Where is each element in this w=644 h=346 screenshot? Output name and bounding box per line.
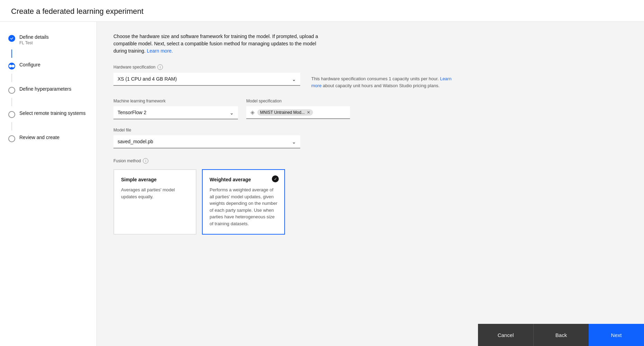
fusion-cards-container: Simple average Averages all parties' mod… — [113, 169, 627, 235]
main-layout: Define details FL Test Configure Define … — [0, 22, 644, 346]
hardware-dropdown: XS (1 CPU and 4 GB RAM) ⌄ — [113, 73, 300, 86]
fusion-card-weighted-desc: Performs a weighted average of all parti… — [210, 186, 277, 227]
step-text-review-create: Review and create — [19, 135, 59, 140]
model-spec-field[interactable]: ◈ MNIST Untrained Mod... ✕ — [246, 106, 350, 119]
hardware-dropdown-wrapper: XS (1 CPU and 4 GB RAM) ⌄ — [113, 73, 300, 86]
step-indicator-inactive-5 — [8, 135, 15, 142]
model-spec-value: MNIST Untrained Mod... — [260, 110, 305, 115]
model-file-label: Model file — [113, 128, 627, 133]
fusion-card-simple-desc: Averages all parties' model updates equa… — [121, 186, 189, 200]
fusion-card-weighted-title: Weighted average — [210, 177, 277, 182]
sidebar-item-review-create[interactable]: Review and create — [0, 130, 96, 146]
fusion-method-section: Fusion method i Simple average Averages … — [113, 158, 627, 235]
sidebar-item-define-details[interactable]: Define details FL Test — [0, 30, 96, 49]
hardware-spec-section: Hardware specification i XS (1 CPU and 4… — [113, 64, 627, 89]
sidebar: Define details FL Test Configure Define … — [0, 22, 97, 346]
page-header: Create a federated learning experiment — [0, 0, 644, 22]
sidebar-item-select-remote[interactable]: Select remote training systems — [0, 106, 96, 122]
connector-1 — [11, 49, 12, 58]
step-indicator-active — [8, 63, 15, 70]
fusion-method-label: Fusion method i — [113, 158, 627, 164]
model-spec-remove-button[interactable]: ✕ — [307, 110, 310, 115]
sidebar-item-configure[interactable]: Configure — [0, 58, 96, 74]
content-area: Choose the hardware size and software fr… — [97, 22, 644, 346]
sidebar-item-hyperparameters[interactable]: Define hyperparameters — [0, 82, 96, 98]
model-spec-label: Model specification — [246, 99, 350, 103]
step-indicator-completed — [8, 35, 15, 42]
page-title: Create a federated learning experiment — [11, 7, 633, 16]
step-text-define-details: Define details FL Test — [19, 34, 49, 45]
step-text-select-remote: Select remote training systems — [19, 110, 85, 116]
ml-framework-section: Machine learning framework TensorFlow 2 … — [113, 99, 238, 119]
model-spec-tag: MNIST Untrained Mod... ✕ — [257, 109, 313, 116]
fusion-card-simple-title: Simple average — [121, 177, 189, 182]
hardware-spec-info: This hardware specification consumes 1 c… — [311, 73, 457, 89]
step-indicator-inactive-4 — [8, 111, 15, 118]
model-file-section: Model file saved_model.pb model.h5 model… — [113, 128, 627, 148]
connector-4 — [11, 122, 12, 130]
model-file-dropdown-wrapper: saved_model.pb model.h5 model.pt ⌄ — [113, 135, 300, 148]
model-spec-icon: ◈ — [250, 109, 255, 116]
next-button[interactable]: Next — [589, 324, 644, 346]
model-spec-section: Model specification ◈ MNIST Untrained Mo… — [246, 99, 350, 119]
hardware-spec-label: Hardware specification i — [113, 64, 627, 70]
cancel-button[interactable]: Cancel — [478, 324, 533, 346]
model-file-select[interactable]: saved_model.pb model.h5 model.pt — [113, 135, 300, 148]
hardware-row: XS (1 CPU and 4 GB RAM) ⌄ This hardware … — [113, 73, 627, 89]
hardware-info-icon[interactable]: i — [157, 64, 163, 70]
footer-actions: Cancel Back Next — [478, 324, 644, 346]
ml-framework-select[interactable]: TensorFlow 2 PyTorch scikit-learn — [113, 106, 238, 119]
learn-more-link-desc[interactable]: Learn more. — [147, 48, 173, 54]
fusion-card-simple-average[interactable]: Simple average Averages all parties' mod… — [113, 169, 196, 235]
step-text-hyperparameters: Define hyperparameters — [19, 86, 71, 92]
section-description: Choose the hardware size and software fr… — [113, 33, 321, 55]
hardware-spec-select[interactable]: XS (1 CPU and 4 GB RAM) — [113, 73, 300, 86]
step-text-configure: Configure — [19, 62, 40, 67]
connector-3 — [11, 98, 12, 106]
connector-2 — [11, 74, 12, 82]
fusion-card-check-icon: ✓ — [272, 175, 279, 182]
fusion-card-weighted-average[interactable]: Weighted average ✓ Performs a weighted a… — [202, 169, 285, 235]
ml-framework-dropdown-wrapper: TensorFlow 2 PyTorch scikit-learn ⌄ — [113, 106, 238, 119]
fusion-info-icon[interactable]: i — [143, 158, 148, 164]
ml-framework-label: Machine learning framework — [113, 99, 238, 103]
step-indicator-inactive-3 — [8, 87, 15, 94]
ml-model-row: Machine learning framework TensorFlow 2 … — [113, 99, 627, 119]
back-button[interactable]: Back — [533, 324, 589, 346]
